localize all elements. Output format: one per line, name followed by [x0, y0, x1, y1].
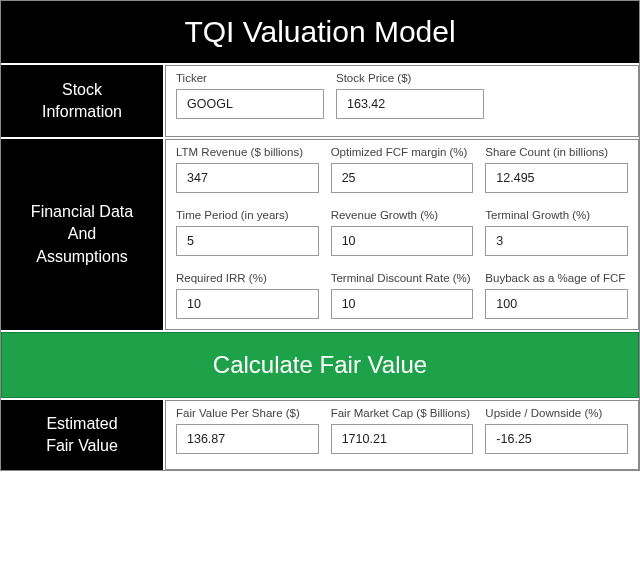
ticker-input[interactable]: [176, 89, 324, 119]
field-upside-downside: Upside / Downside (%): [485, 407, 628, 459]
label-line: Information: [42, 101, 122, 123]
field-label: Required IRR (%): [176, 272, 319, 284]
field-terminal-discount: Terminal Discount Rate (%): [331, 272, 474, 319]
section-content-financial: LTM Revenue ($ billions) Optimized FCF m…: [165, 139, 639, 330]
filler: [496, 72, 628, 126]
field-ticker: Ticker: [176, 72, 324, 126]
field-label: Share Count (in billions): [485, 146, 628, 158]
revenue-growth-input[interactable]: [331, 226, 474, 256]
label-line: Estimated: [46, 413, 117, 435]
calculate-row: Calculate Fair Value: [1, 330, 639, 398]
field-stock-price: Stock Price ($): [336, 72, 484, 126]
label-line: Fair Value: [46, 435, 118, 457]
field-label: Buyback as a %age of FCF: [485, 272, 628, 284]
terminal-discount-input[interactable]: [331, 289, 474, 319]
field-time-period: Time Period (in years): [176, 209, 319, 256]
field-ltm-revenue: LTM Revenue ($ billions): [176, 146, 319, 193]
page-title: TQI Valuation Model: [1, 1, 639, 65]
share-count-input[interactable]: [485, 163, 628, 193]
field-revenue-growth: Revenue Growth (%): [331, 209, 474, 256]
field-fcf-margin: Optimized FCF margin (%): [331, 146, 474, 193]
time-period-input[interactable]: [176, 226, 319, 256]
label-line: Stock: [62, 79, 102, 101]
fair-value-per-share-output[interactable]: [176, 424, 319, 454]
field-label: Terminal Discount Rate (%): [331, 272, 474, 284]
valuation-model: TQI Valuation Model Stock Information Ti…: [0, 0, 640, 471]
section-content-estimated: Fair Value Per Share ($) Fair Market Cap…: [165, 400, 639, 470]
section-label-financial: Financial Data And Assumptions: [1, 139, 165, 330]
field-label: Optimized FCF margin (%): [331, 146, 474, 158]
section-stock-information: Stock Information Ticker Stock Price ($): [1, 65, 639, 137]
buyback-pct-input[interactable]: [485, 289, 628, 319]
field-row: Time Period (in years) Revenue Growth (%…: [176, 209, 628, 256]
field-row: Required IRR (%) Terminal Discount Rate …: [176, 272, 628, 319]
required-irr-input[interactable]: [176, 289, 319, 319]
section-label-estimated: Estimated Fair Value: [1, 400, 165, 470]
field-fair-market-cap: Fair Market Cap ($ Billions): [331, 407, 474, 459]
terminal-growth-input[interactable]: [485, 226, 628, 256]
stock-price-input[interactable]: [336, 89, 484, 119]
fcf-margin-input[interactable]: [331, 163, 474, 193]
field-label: Fair Value Per Share ($): [176, 407, 319, 419]
field-terminal-growth: Terminal Growth (%): [485, 209, 628, 256]
field-fair-value-per-share: Fair Value Per Share ($): [176, 407, 319, 459]
section-content-stock: Ticker Stock Price ($): [165, 65, 639, 137]
label-line: Assumptions: [36, 246, 128, 268]
field-required-irr: Required IRR (%): [176, 272, 319, 319]
upside-downside-output[interactable]: [485, 424, 628, 454]
section-label-stock: Stock Information: [1, 65, 165, 137]
ltm-revenue-input[interactable]: [176, 163, 319, 193]
field-label: Revenue Growth (%): [331, 209, 474, 221]
field-label: Fair Market Cap ($ Billions): [331, 407, 474, 419]
field-label: Ticker: [176, 72, 324, 84]
field-label: Terminal Growth (%): [485, 209, 628, 221]
section-estimated: Estimated Fair Value Fair Value Per Shar…: [1, 398, 639, 470]
field-label: Upside / Downside (%): [485, 407, 628, 419]
label-line: And: [68, 223, 96, 245]
calculate-button[interactable]: Calculate Fair Value: [1, 332, 639, 398]
field-buyback-pct: Buyback as a %age of FCF: [485, 272, 628, 319]
field-label: LTM Revenue ($ billions): [176, 146, 319, 158]
field-share-count: Share Count (in billions): [485, 146, 628, 193]
field-label: Stock Price ($): [336, 72, 484, 84]
section-financial-data: Financial Data And Assumptions LTM Reven…: [1, 137, 639, 330]
label-line: Financial Data: [31, 201, 133, 223]
field-label: Time Period (in years): [176, 209, 319, 221]
field-row: LTM Revenue ($ billions) Optimized FCF m…: [176, 146, 628, 193]
fair-market-cap-output[interactable]: [331, 424, 474, 454]
